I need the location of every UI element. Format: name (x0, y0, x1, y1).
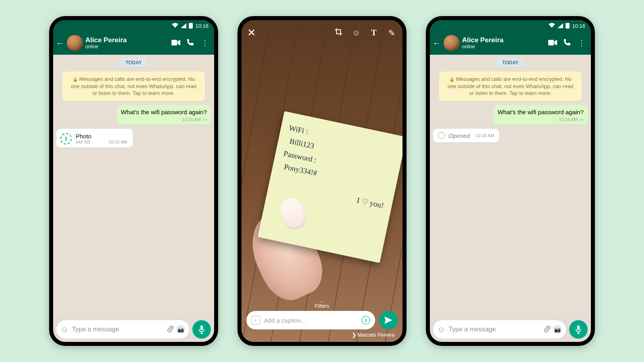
battery-icon (189, 23, 193, 29)
recipient-chip[interactable]: ❯ Marcelo Pereira (352, 332, 398, 338)
text-tool-icon[interactable]: T (369, 28, 379, 37)
sent-message[interactable]: What's the wifi password again? 10:16 AM… (493, 105, 588, 125)
message-input-container[interactable]: ☺ 📷 (433, 320, 566, 339)
message-input[interactable] (72, 326, 163, 333)
chat-header: ← Alice Pereira online ⋮ (430, 31, 591, 55)
message-text: What's the wifi password again? (497, 108, 584, 116)
contact-status: online (462, 44, 504, 49)
contact-name: Alice Pereira (462, 37, 504, 44)
more-icon[interactable]: ⋮ (576, 39, 588, 47)
contact-info[interactable]: Alice Pereira online (462, 37, 504, 50)
opened-time: 10:16 AM (475, 133, 494, 138)
attach-icon[interactable] (540, 323, 552, 336)
message-input-container[interactable]: ☺ 📷 (56, 320, 189, 339)
voice-call-icon[interactable] (184, 39, 196, 48)
attach-icon[interactable] (163, 323, 175, 336)
battery-icon (566, 23, 570, 29)
back-icon[interactable]: ← (432, 39, 441, 48)
opened-icon (438, 132, 445, 139)
view-once-time: 10:16 AM (109, 140, 127, 144)
chat-header: ← Alice Pereira online ⋮ (53, 31, 214, 55)
mic-button[interactable] (569, 320, 588, 339)
status-time: 10:16 (195, 23, 208, 29)
filters-toggle[interactable]: ︿ Filters (315, 298, 329, 309)
sticker-icon[interactable]: ☺ (351, 28, 361, 37)
editor-toolbar: ✕ ☺ T ✎ (242, 20, 402, 39)
wifi-icon (549, 23, 555, 29)
message-text: What's the wifi password again? (121, 108, 207, 116)
editor-bottom: ︿ Filters + 1 ❯ Marcelo Pereira (242, 298, 402, 338)
video-call-icon[interactable] (170, 39, 182, 47)
encryption-notice[interactable]: Messages and calls are end-to-end encryp… (62, 72, 204, 101)
message-input[interactable] (448, 326, 539, 333)
view-once-label: Photo (76, 133, 91, 140)
camera-icon[interactable]: 📷 (553, 325, 562, 334)
avatar[interactable] (444, 35, 460, 51)
caption-input[interactable] (264, 317, 357, 324)
lock-icon (72, 76, 79, 82)
back-icon[interactable]: ← (56, 39, 64, 48)
recipient-name: Marcelo Pereira (357, 332, 394, 338)
draw-icon[interactable]: ✎ (386, 28, 397, 38)
composer: ☺ 📷 (430, 317, 591, 342)
sent-message[interactable]: What's the wifi password again? 10:16 AM… (117, 105, 211, 125)
status-time: 10:16 (572, 23, 585, 29)
more-icon[interactable]: ⋮ (199, 39, 211, 47)
send-button[interactable] (379, 311, 398, 329)
message-time: 10:16 AM (182, 117, 201, 122)
view-once-size: 348 KB (76, 140, 91, 144)
svg-rect-3 (577, 325, 580, 330)
voice-call-icon[interactable] (561, 39, 573, 48)
svg-rect-0 (171, 40, 177, 45)
opened-label: Opened (448, 132, 470, 139)
read-ticks-icon: ✓✓ (202, 117, 207, 122)
message-time: 10:16 AM (559, 117, 578, 122)
camera-icon[interactable]: 📷 (176, 325, 185, 334)
phone-frame-right: 10:16 ← Alice Pereira online ⋮ TODAY Mes… (426, 16, 595, 346)
opened-bubble[interactable]: Opened 10:16 AM (433, 129, 499, 142)
avatar[interactable] (67, 35, 83, 51)
crop-icon[interactable] (333, 28, 344, 38)
read-ticks-icon: ✓✓ (579, 117, 584, 122)
status-bar: 10:16 (430, 20, 591, 31)
signal-icon (181, 23, 186, 28)
emoji-icon[interactable]: ☺ (437, 325, 445, 334)
video-call-icon[interactable] (547, 39, 559, 47)
chevron-right-icon: ❯ (352, 332, 358, 338)
view-once-photo-bubble[interactable]: 1 Photo 348 KB 10:16 AM (56, 129, 133, 148)
contact-status: online (85, 44, 127, 49)
sticky-note: WiFi : Billi123 Password : Pony334!# I ♡… (258, 111, 402, 263)
svg-rect-1 (200, 325, 203, 330)
status-bar: 10:16 (53, 20, 214, 31)
day-stamp: TODAY (121, 58, 147, 68)
day-stamp: TODAY (497, 58, 524, 68)
encryption-notice[interactable]: Messages and calls are end-to-end encryp… (439, 72, 581, 101)
mic-button[interactable] (192, 320, 211, 339)
filters-label: Filters (315, 303, 329, 309)
emoji-icon[interactable]: ☺ (60, 325, 68, 334)
contact-name: Alice Pereira (85, 37, 127, 44)
chat-body: TODAY Messages and calls are end-to-end … (53, 55, 214, 317)
chat-body: TODAY Messages and calls are end-to-end … (430, 55, 591, 317)
chat-screen: 10:16 ← Alice Pereira online ⋮ TODAY Mes… (53, 20, 214, 342)
phone-frame-left: 10:16 ← Alice Pereira online ⋮ TODAY Mes… (49, 16, 218, 346)
chat-screen-after: 10:16 ← Alice Pereira online ⋮ TODAY Mes… (430, 20, 591, 342)
view-once-icon: 1 (60, 133, 72, 144)
signal-icon (557, 23, 563, 28)
view-once-toggle-icon[interactable]: 1 (361, 316, 370, 325)
svg-rect-2 (548, 40, 554, 45)
wifi-icon (172, 23, 178, 29)
composer: ☺ 📷 (53, 317, 214, 342)
caption-input-container[interactable]: + 1 (246, 311, 375, 329)
add-photo-icon[interactable]: + (251, 316, 260, 325)
phone-frame-center: WiFi : Billi123 Password : Pony334!# I ♡… (237, 16, 407, 346)
contact-info[interactable]: Alice Pereira online (85, 37, 127, 50)
image-editor-screen: WiFi : Billi123 Password : Pony334!# I ♡… (242, 20, 402, 342)
lock-icon (449, 76, 456, 82)
close-icon[interactable]: ✕ (247, 27, 256, 39)
